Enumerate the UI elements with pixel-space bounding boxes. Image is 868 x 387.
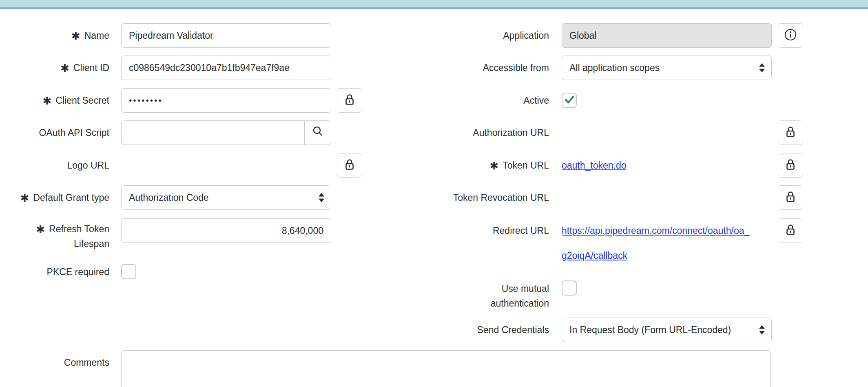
application-readonly-field: Global xyxy=(562,23,772,48)
token-url-link[interactable]: oauth_token.do xyxy=(562,160,627,171)
active-checkbox[interactable] xyxy=(562,93,577,108)
oauth-api-script-field xyxy=(121,120,331,145)
oauth-api-script-label: OAuth API Script xyxy=(0,120,109,145)
required-indicator: ✱ xyxy=(60,63,69,73)
pkce-required-checkbox[interactable] xyxy=(121,264,136,279)
client-secret-input[interactable] xyxy=(121,88,331,113)
required-indicator: ✱ xyxy=(489,160,498,171)
info-icon xyxy=(784,28,797,43)
lock-icon xyxy=(784,190,797,205)
refresh-token-lifespan-label: ✱ Refresh Token Lifespan xyxy=(0,218,109,254)
refresh-token-lifespan-input[interactable] xyxy=(121,218,331,243)
required-indicator: ✱ xyxy=(71,31,80,41)
token-url-label: ✱ Token URL xyxy=(424,153,549,178)
lock-icon xyxy=(343,158,356,173)
required-indicator: ✱ xyxy=(36,224,45,235)
lock-icon xyxy=(784,223,797,238)
authorization-url-label: Authorization URL xyxy=(424,120,549,145)
token-revocation-url-lock-button[interactable] xyxy=(778,185,803,210)
lock-icon xyxy=(784,158,797,173)
comments-textarea[interactable] xyxy=(121,350,771,387)
use-mutual-authentication-checkbox[interactable] xyxy=(562,280,577,296)
redirect-url-value: https://api.pipedream.com/connect/oauth/… xyxy=(562,218,749,268)
oauth-api-script-lookup-button[interactable] xyxy=(304,121,331,145)
pkce-required-label: PKCE required xyxy=(0,260,109,284)
accessible-from-select[interactable]: All application scopes xyxy=(562,56,772,80)
client-secret-lock-button[interactable] xyxy=(337,88,362,113)
default-grant-type-label: ✱ Default Grant type xyxy=(0,185,109,210)
required-indicator: ✱ xyxy=(20,193,29,203)
default-grant-type-select[interactable]: Authorization Code xyxy=(121,185,331,210)
token-revocation-url-label: Token Revocation URL xyxy=(424,185,549,210)
logo-url-lock-button[interactable] xyxy=(337,153,362,178)
application-info-button[interactable] xyxy=(778,23,803,48)
active-label: Active xyxy=(424,88,549,113)
client-secret-label: ✱ Client Secret xyxy=(0,88,109,113)
select-arrows-icon xyxy=(759,63,765,73)
name-label: ✱ Name xyxy=(0,23,109,48)
use-mutual-authentication-label: Use mutual authentication xyxy=(424,281,549,311)
client-id-label: ✱ Client ID xyxy=(0,56,109,80)
redirect-url-link-line2[interactable]: g2oiqA/callback xyxy=(562,250,627,261)
redirect-url-lock-button[interactable] xyxy=(778,218,803,243)
token-url-value: oauth_token.do xyxy=(562,153,627,178)
token-url-lock-button[interactable] xyxy=(778,153,803,178)
comments-label: Comments xyxy=(0,350,109,375)
select-arrows-icon xyxy=(319,193,324,202)
checkmark-icon xyxy=(563,93,576,107)
application-label: Application xyxy=(424,23,549,48)
oauth-application-form: ✱ Name ✱ Client ID ✱ Client Secret OAuth… xyxy=(0,0,868,387)
select-arrows-icon xyxy=(759,325,765,335)
required-indicator: ✱ xyxy=(43,96,52,106)
lock-icon xyxy=(784,125,797,140)
lock-icon xyxy=(343,93,356,108)
logo-url-label: Logo URL xyxy=(0,153,109,178)
send-credentials-select[interactable]: In Request Body (Form URL-Encoded) xyxy=(562,318,772,342)
send-credentials-label: Send Credentials xyxy=(424,318,549,342)
authorization-url-lock-button[interactable] xyxy=(778,120,803,145)
redirect-url-link-line1[interactable]: https://api.pipedream.com/connect/oauth/… xyxy=(562,225,749,236)
header-accent-bar xyxy=(0,0,868,9)
accessible-from-label: Accessible from xyxy=(424,56,549,80)
name-input[interactable] xyxy=(121,23,331,48)
search-icon xyxy=(312,125,324,140)
client-id-input[interactable] xyxy=(121,56,331,80)
oauth-api-script-input[interactable] xyxy=(122,121,304,145)
redirect-url-label: Redirect URL xyxy=(424,218,549,243)
